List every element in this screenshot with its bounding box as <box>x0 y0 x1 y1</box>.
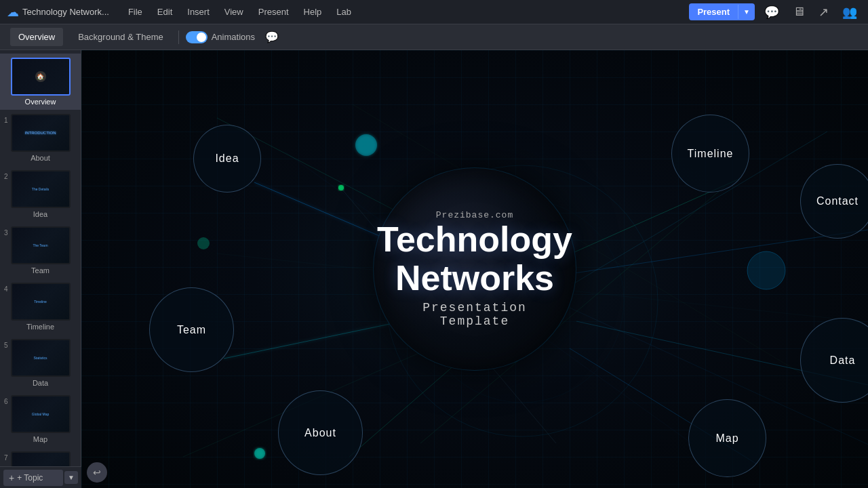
canvas[interactable]: Prezibase.com Technology Networks Presen… <box>81 50 868 488</box>
tab-background[interactable]: Background & Theme <box>70 28 172 46</box>
overview-thumb: 🏠 <box>11 58 71 96</box>
toolbar-divider <box>178 30 179 44</box>
slide-label-1: About <box>31 154 50 162</box>
slide-thumb-1: INTRODUCTION <box>11 114 71 152</box>
svg-line-2 <box>570 230 868 274</box>
menu-file[interactable]: File <box>121 4 149 20</box>
sidebar: 🏠 Overview 1 INTRODUCTION About 2 The De… <box>0 50 81 488</box>
toolbar-comment-icon[interactable]: 💬 <box>265 30 279 43</box>
slide-label-3: Team <box>31 266 50 274</box>
slide-num-3: 3 <box>4 229 8 237</box>
sidebar-item-data[interactable]: 5 Statistics Data <box>0 335 81 391</box>
back-icon: ↩ <box>93 467 101 478</box>
slide-num-4: 4 <box>4 285 8 293</box>
add-topic-button[interactable]: + + Topic <box>3 470 63 486</box>
cloud-icon: ☁ <box>7 5 19 20</box>
svg-point-23 <box>747 251 785 289</box>
sidebar-item-idea[interactable]: 2 The Details Idea <box>0 166 81 222</box>
right-actions: Present ▼ 💬 🖥 ↗ 👥 <box>689 3 861 21</box>
bottom-bar: + + Topic ▼ <box>0 466 81 488</box>
overview-label: Overview <box>25 98 56 106</box>
add-topic-label: + Topic <box>17 473 43 483</box>
plus-icon: + <box>9 472 14 483</box>
node-map-label: Map <box>715 432 738 445</box>
slide-thumb-5: Statistics <box>11 339 71 377</box>
app-logo: ☁ Technology Network... <box>7 5 116 20</box>
node-contact[interactable]: Contact <box>800 164 868 239</box>
comment-icon[interactable]: 💬 <box>760 3 783 21</box>
node-idea[interactable]: Idea <box>193 125 261 192</box>
sidebar-item-team[interactable]: 3 The Team Team <box>0 222 81 279</box>
menu-present[interactable]: Present <box>252 4 296 20</box>
node-team-label: Team <box>177 324 206 336</box>
svg-point-18 <box>338 185 344 190</box>
home-icon: 🏠 <box>35 71 46 82</box>
present-button[interactable]: Present ▼ <box>689 3 755 20</box>
center-description: Presentation Template <box>377 301 572 328</box>
node-data-label: Data <box>830 354 856 367</box>
slide-thumb-3: The Team <box>11 226 71 264</box>
animations-toggle[interactable]: Animations <box>186 31 255 43</box>
node-map[interactable]: Map <box>688 399 766 477</box>
menu-bar: File Edit Insert View Present Help Lab <box>121 4 358 20</box>
sidebar-item-timeline[interactable]: 4 Timeline Timeline <box>0 279 81 335</box>
present-label: Present <box>689 3 738 20</box>
menu-help[interactable]: Help <box>297 4 329 20</box>
menu-view[interactable]: View <box>218 4 250 20</box>
slide-num-1: 1 <box>4 117 8 124</box>
node-idea-label: Idea <box>215 152 239 165</box>
toolbar: Overview Background & Theme Animations 💬 <box>0 24 868 50</box>
animations-label: Animations <box>212 32 255 42</box>
center-title: Prezibase.com Technology Networks Presen… <box>377 210 572 328</box>
node-timeline-label: Timeline <box>688 148 734 160</box>
menu-insert[interactable]: Insert <box>180 4 216 20</box>
tab-overview[interactable]: Overview <box>10 28 63 46</box>
toggle-switch[interactable] <box>186 31 208 43</box>
center-subtitle: Prezibase.com <box>377 210 572 220</box>
slide-thumb-2: The Details <box>11 170 71 208</box>
slide-label-6: Map <box>33 435 47 443</box>
monitor-icon[interactable]: 🖥 <box>789 3 809 20</box>
slide-thumb-6: Global Map <box>11 395 71 433</box>
slide-num-2: 2 <box>4 173 8 180</box>
users-icon[interactable]: 👥 <box>838 3 861 21</box>
slide-label-5: Data <box>33 379 48 387</box>
present-dropdown-arrow[interactable]: ▼ <box>738 5 755 19</box>
slide-label-4: Timeline <box>26 323 54 331</box>
app-title: Technology Network... <box>22 7 109 17</box>
menu-lab[interactable]: Lab <box>330 4 358 20</box>
slide-num-5: 5 <box>4 342 8 349</box>
share-icon[interactable]: ↗ <box>814 3 833 21</box>
svg-point-21 <box>355 134 377 156</box>
sidebar-item-about[interactable]: 1 INTRODUCTION About <box>0 110 81 166</box>
node-contact-label: Contact <box>816 195 859 207</box>
node-team[interactable]: Team <box>149 287 234 372</box>
node-about-label: About <box>304 427 336 439</box>
top-bar: ☁ Technology Network... File Edit Insert… <box>0 0 868 24</box>
sidebar-item-overview[interactable]: 🏠 Overview <box>0 54 81 110</box>
back-button[interactable]: ↩ <box>87 462 107 483</box>
svg-point-22 <box>197 237 210 249</box>
menu-edit[interactable]: Edit <box>151 4 179 20</box>
node-about[interactable]: About <box>278 390 363 475</box>
center-main-title: Technology Networks <box>377 220 572 298</box>
slide-label-2: Idea <box>33 210 47 218</box>
slide-thumb-4: Timeline <box>11 283 71 321</box>
svg-point-19 <box>254 448 265 459</box>
sidebar-item-map[interactable]: 6 Global Map Map <box>0 391 81 447</box>
add-topic-dropdown[interactable]: ▼ <box>64 471 78 484</box>
main-area: 🏠 Overview 1 INTRODUCTION About 2 The De… <box>0 50 868 488</box>
slide-num-6: 6 <box>4 398 8 405</box>
node-timeline[interactable]: Timeline <box>671 115 749 192</box>
slide-num-7: 7 <box>4 454 8 462</box>
